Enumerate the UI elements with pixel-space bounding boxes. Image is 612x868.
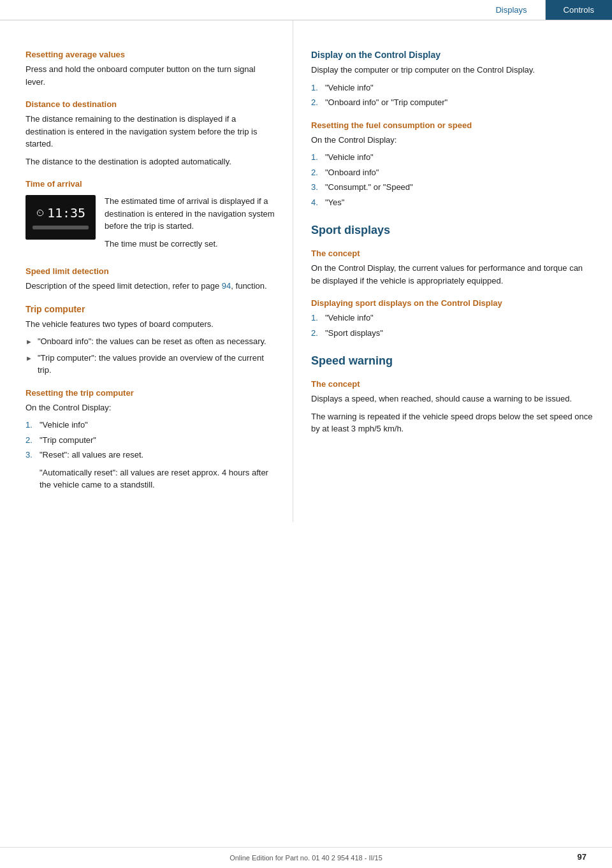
displaying-sport-steps: 1. "Vehicle info" 2. "Sport displays"	[311, 312, 594, 339]
rf-step-2-text: "Onboard info"	[325, 166, 379, 179]
resetting-fuel-intro: On the Control Display:	[311, 134, 594, 147]
trip-bullet-2-text: "Trip computer": the values provide an o…	[38, 352, 275, 377]
arrival-text1: The estimated time of arrival is display…	[105, 195, 275, 233]
resetting-trip-title: Resetting the trip computer	[26, 388, 275, 398]
header-tabs: Displays Controls	[0, 0, 612, 20]
trip-step-3-num: 3.	[26, 449, 36, 461]
display-control-title: Display on the Control Display	[311, 50, 594, 60]
rf-step-4: 4. "Yes"	[311, 196, 594, 209]
speed-warning-body1: Displays a speed, when reached, should c…	[311, 393, 594, 405]
section-resetting-trip: Resetting the trip computer On the Contr…	[26, 388, 275, 491]
dc-step-2-text: "Onboard info" or "Trip computer"	[325, 96, 448, 109]
bullet-arrow-2: ►	[26, 353, 33, 377]
ds-step-2-num: 2.	[311, 327, 321, 340]
ds-step-1-num: 1.	[311, 312, 321, 324]
section-display-control: Display on the Control Display Display t…	[311, 50, 594, 109]
trip-computer-bullets: ► "Onboard info": the values can be rese…	[26, 335, 275, 377]
ds-step-1: 1. "Vehicle info"	[311, 312, 594, 324]
page-number: 97	[578, 852, 586, 862]
section-the-concept: The concept On the Control Display, the …	[311, 249, 594, 287]
arrival-image: ⏲ 11:35	[26, 195, 96, 240]
rf-step-1: 1. "Vehicle info"	[311, 151, 594, 164]
trip-step-3-text: "Reset": all values are reset.	[40, 449, 143, 461]
sport-displays-heading-block: Sport displays	[311, 224, 594, 237]
time-of-arrival-title: Time of arrival	[26, 179, 275, 189]
trip-step-3: 3. "Reset": all values are reset.	[26, 449, 275, 461]
trip-step-1: 1. "Vehicle info"	[26, 419, 275, 431]
trip-bullet-1: ► "Onboard info": the values can be rese…	[26, 335, 275, 348]
resetting-trip-intro: On the Control Display:	[26, 401, 275, 414]
section-displaying-sport: Displaying sport displays on the Control…	[311, 298, 594, 339]
speed-warning-heading: Speed warning	[311, 354, 594, 368]
rf-step-4-num: 4.	[311, 196, 321, 209]
trip-computer-title: Trip computer	[26, 304, 275, 314]
speed-warning-body2: The warning is repeated if the vehicle s…	[311, 410, 594, 435]
rf-step-2: 2. "Onboard info"	[311, 166, 594, 179]
tab-controls[interactable]: Controls	[546, 0, 612, 20]
resetting-trip-note: "Automatically reset": all values are re…	[40, 467, 275, 491]
trip-step-1-text: "Vehicle info"	[40, 419, 88, 431]
rf-step-3-num: 3.	[311, 181, 321, 194]
resetting-average-body: Press and hold the onboard computer butt…	[26, 63, 275, 88]
time-value: 11:35	[47, 205, 85, 221]
footer-text: Online Edition for Part no. 01 40 2 954 …	[229, 854, 382, 862]
distance-title: Distance to destination	[26, 99, 275, 109]
main-content: Resetting average values Press and hold …	[0, 20, 612, 522]
speed-limit-title: Speed limit detection	[26, 266, 275, 276]
dc-step-1: 1. "Vehicle info"	[311, 82, 594, 94]
trip-bullet-1-text: "Onboard info": the values can be reset …	[38, 335, 266, 348]
dc-step-1-text: "Vehicle info"	[325, 82, 374, 94]
distance-body1: The distance remaining to the destinatio…	[26, 113, 275, 150]
resetting-trip-steps: 1. "Vehicle info" 2. "Trip computer" 3. …	[26, 419, 275, 461]
trip-step-2-text: "Trip computer"	[40, 434, 96, 447]
rf-step-3: 3. "Consumpt." or "Speed"	[311, 181, 594, 194]
section-resetting-fuel: Resetting the fuel consumption or speed …	[311, 120, 594, 209]
ds-step-2-text: "Sport displays"	[325, 327, 383, 340]
arrival-text-block: The estimated time of arrival is display…	[105, 195, 275, 255]
dc-step-2: 2. "Onboard info" or "Trip computer"	[311, 96, 594, 109]
ds-step-1-text: "Vehicle info"	[325, 312, 374, 324]
displaying-sport-title: Displaying sport displays on the Control…	[311, 298, 594, 308]
sport-displays-heading: Sport displays	[311, 224, 594, 237]
section-resetting-average: Resetting average values Press and hold …	[26, 50, 275, 88]
right-column: Display on the Control Display Display t…	[293, 20, 612, 522]
arrival-bar	[33, 226, 89, 229]
speed-warning-concept-title: The concept	[311, 379, 594, 389]
tab-controls-label: Controls	[564, 5, 594, 15]
arrival-block: ⏲ 11:35 The estimated time of arrival is…	[26, 195, 275, 255]
arrival-text2: The time must be correctly set.	[105, 238, 275, 250]
left-column: Resetting average values Press and hold …	[0, 20, 293, 522]
trip-step-2-num: 2.	[26, 434, 36, 447]
resetting-average-title: Resetting average values	[26, 50, 275, 59]
trip-bullet-2: ► "Trip computer": the values provide an…	[26, 352, 275, 377]
trip-step-1-num: 1.	[26, 419, 36, 431]
section-trip-computer: Trip computer The vehicle features two t…	[26, 304, 275, 377]
footer: Online Edition for Part no. 01 40 2 954 …	[0, 847, 612, 868]
dc-step-1-num: 1.	[311, 82, 321, 94]
trip-computer-body: The vehicle features two types of board …	[26, 318, 275, 331]
tab-displays[interactable]: Displays	[477, 0, 545, 20]
speed-limit-suffix: , function.	[231, 281, 266, 291]
clock-icon: ⏲	[36, 208, 45, 218]
rf-step-1-num: 1.	[311, 151, 321, 164]
display-control-body: Display the computer or trip computer on…	[311, 64, 594, 76]
speed-warning-heading-block: Speed warning	[311, 354, 594, 368]
speed-limit-link[interactable]: 94	[222, 281, 231, 291]
speed-limit-body-text: Description of the speed limit detection…	[26, 281, 222, 291]
section-time-of-arrival: Time of arrival ⏲ 11:35 The estimated ti…	[26, 179, 275, 255]
bullet-arrow-1: ►	[26, 336, 33, 348]
section-speed-warning-concept: The concept Displays a speed, when reach…	[311, 379, 594, 435]
the-concept-body: On the Control Display, the current valu…	[311, 262, 594, 287]
resetting-fuel-steps: 1. "Vehicle info" 2. "Onboard info" 3. "…	[311, 151, 594, 208]
section-distance: Distance to destination The distance rem…	[26, 99, 275, 168]
trip-step-2: 2. "Trip computer"	[26, 434, 275, 447]
rf-step-3-text: "Consumpt." or "Speed"	[325, 181, 413, 194]
the-concept-title: The concept	[311, 249, 594, 258]
rf-step-2-num: 2.	[311, 166, 321, 179]
resetting-fuel-title: Resetting the fuel consumption or speed	[311, 120, 594, 130]
distance-body2: The distance to the destination is adopt…	[26, 156, 275, 168]
rf-step-4-text: "Yes"	[325, 196, 344, 209]
rf-step-1-text: "Vehicle info"	[325, 151, 374, 164]
tab-displays-label: Displays	[495, 5, 527, 15]
section-speed-limit: Speed limit detection Description of the…	[26, 266, 275, 293]
